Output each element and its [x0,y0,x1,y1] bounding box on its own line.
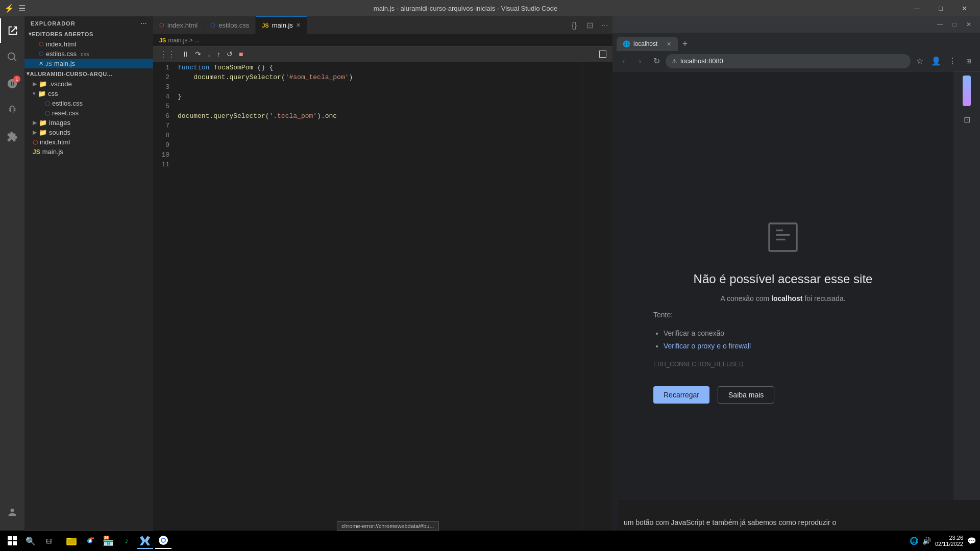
taskbar-ms-store[interactable]: 🏪 [100,533,116,549]
html-icon: ⬡ [33,139,38,146]
taskbar-explorer[interactable] [63,533,80,549]
more-actions-button[interactable]: ··· [597,16,612,34]
step-into-button[interactable]: ↓ [207,50,211,58]
folder-icon: 📁 [39,129,47,136]
css-tab-icon: ⬡ [210,22,215,29]
stop-button[interactable]: ■ [239,50,243,58]
chrome-tab[interactable]: 🌐 localhost ✕ [617,37,678,51]
browser-panel: — □ ✕ 🌐 localhost ✕ + ‹ › ↻ ⚠ localhost:… [612,16,980,551]
code-line-6: document.querySelector('.tecla_pom').onc [178,111,582,121]
taskbar-vscode[interactable] [137,533,153,549]
tab-estilos-css[interactable]: ⬡ estilos.css [204,16,256,34]
reload-button[interactable]: Recarregar [653,386,709,404]
start-button[interactable] [4,533,20,549]
chrome-minimize[interactable]: — [933,17,947,32]
reload-button[interactable]: ↻ [649,54,664,68]
chrome-new-tab-button[interactable]: + [678,37,692,51]
css-file-icon: ⬡ [39,51,44,57]
suggestion-2[interactable]: Verificar o proxy e o firewall [664,340,933,353]
activity-search[interactable] [0,45,24,69]
chrome-close[interactable]: ✕ [962,17,976,32]
step-out-button[interactable]: ↑ [217,50,220,58]
bookmark-button[interactable]: ☆ [913,54,927,68]
svg-rect-0 [769,223,797,251]
open-editors-header[interactable]: ▾ EDITORES ABERTOS [24,29,153,39]
taskbar-search[interactable]: 🔍 [22,533,39,549]
tree-css-folder[interactable]: ▾ 📁 css [24,89,153,98]
taskbar-chrome2[interactable] [155,533,172,549]
network-icon[interactable]: 🌐 [910,537,918,545]
restart-button[interactable]: ↺ [227,50,233,58]
debug-dots-icon: ⋮⋮ [159,49,176,59]
split-editor-button[interactable]: {} [567,16,582,34]
clock[interactable]: 23:26 02/11/2022 [935,535,963,547]
pause-button[interactable]: ⏸ [182,50,189,58]
open-editor-js[interactable]: ✕ JS main.js [24,59,153,68]
error-subtitle: A conexão com localhost foi recusada. [720,294,845,303]
tree-images[interactable]: ▶ 📁 images [24,118,153,128]
tab-close-icon[interactable]: ✕ [296,22,301,29]
chevron-right-icon: ▶ [33,119,37,126]
folder-icon: 📁 [39,119,47,127]
notification-icon[interactable]: 💬 [967,537,976,545]
html-file-icon: ⬡ [39,41,44,47]
chrome-sidebar-btn-2[interactable]: ⊡ [958,110,976,129]
tree-estilos-css[interactable]: ⬡ estilos.css [24,98,153,108]
tree-index-html[interactable]: ⬡ index.html [24,137,153,147]
suggestion-1: Verificar a conexão [664,327,933,340]
menu-icon[interactable]: ☰ [18,4,26,13]
taskbar: 🔍 ⊟ 🏪 ♪ 🌐 🔊 23:26 02/11/2022 💬 [0,531,980,551]
minimize-button[interactable]: — [905,0,929,16]
taskbar-taskview[interactable]: ⊟ [41,533,57,549]
code-line-8 [178,131,582,140]
extensions-button[interactable]: ⊞ [962,54,976,68]
activity-debug[interactable] [0,98,24,122]
activity-extensions[interactable] [0,124,24,149]
activity-git[interactable]: 1 [0,71,24,96]
code-line-11 [178,160,582,169]
open-editor-css[interactable]: ⬡ estilos.css css [24,49,153,59]
chevron-down-icon: ▾ [33,90,36,97]
tree-sounds[interactable]: ▶ 📁 sounds [24,128,153,137]
js-breadcrumb-icon: JS [159,37,166,43]
split-view-button[interactable]: ⊡ [582,16,597,34]
tab-index-html[interactable]: ⬡ index.html [153,16,204,34]
error-code: ERR_CONNECTION_REFUSED [633,361,744,368]
forward-button[interactable]: › [633,54,647,68]
chrome-tab-bar: 🌐 localhost ✕ + [612,33,980,51]
maximize-button[interactable]: □ [929,0,952,16]
stop-square-button[interactable] [599,51,606,58]
taskbar-spotify[interactable]: ♪ [118,533,135,549]
address-bar[interactable]: ⚠ localhost:8080 [666,54,911,68]
lock-icon: ⚠ [672,58,677,65]
code-line-1: function TocaSomPom () { [178,63,582,72]
more-menu-button[interactable]: ⋮ [945,54,960,68]
folder-icon: 📁 [39,80,47,88]
close-icon[interactable]: ✕ [39,60,43,67]
volume-icon[interactable]: 🔊 [922,537,931,545]
back-button[interactable]: ‹ [617,54,631,68]
code-content[interactable]: function TocaSomPom () { document.queryS… [174,46,582,539]
code-line-10 [178,150,582,160]
open-editor-html[interactable]: ⬡ index.html [24,39,153,49]
bottom-partial-panel: um botão com JavaScript e também já sabe… [618,500,980,531]
activity-explorer[interactable] [0,18,24,43]
tree-vscode[interactable]: ▶ 📁 .vscode [24,79,153,89]
chrome-maximize[interactable]: □ [947,17,962,32]
step-over-button[interactable]: ↷ [195,50,201,58]
tab-main-js[interactable]: JS main.js ✕ [256,16,307,34]
explorer-header[interactable]: EXPLORADOR ··· [24,16,153,29]
learn-more-button[interactable]: Saiba mais [718,386,774,404]
tree-main-js[interactable]: JS main.js [24,147,153,157]
project-header[interactable]: ▾ ALURAMIDI-CURSO-ARQU... [24,68,153,79]
activity-accounts[interactable] [0,500,24,524]
taskbar-chrome[interactable] [82,533,98,549]
close-button[interactable]: ✕ [952,0,976,16]
line-numbers: 1 2 3 4 5 6 7 8 9 10 11 [153,46,174,539]
chrome-tab-close-icon[interactable]: ✕ [667,41,671,47]
tree-reset-css[interactable]: ⬡ reset.css [24,108,153,118]
try-label: Tente: [633,311,933,319]
vscode-icon: ⚡ [4,4,14,13]
profile-button[interactable]: 👤 [929,54,943,68]
chrome-sidebar-btn-1[interactable] [963,76,971,106]
